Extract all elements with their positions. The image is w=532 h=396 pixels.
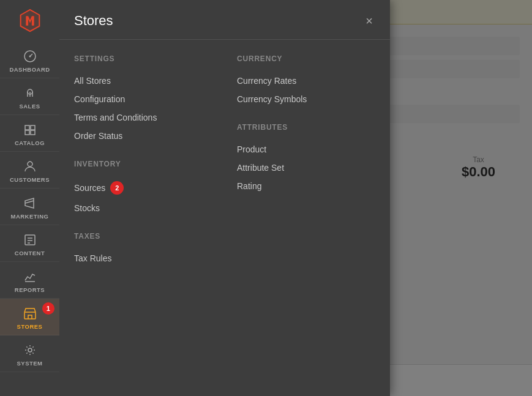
menu-item-configuration[interactable]: Configuration (74, 90, 212, 108)
taxes-heading: Taxes (74, 232, 212, 241)
catalog-icon (23, 122, 37, 137)
menu-item-currency-symbols[interactable]: Currency Symbols (237, 90, 375, 108)
sidebar: DASHBOARD SALES CATALOG CUSTOMERS (0, 0, 59, 396)
sidebar-item-dashboard-label: DASHBOARD (9, 66, 50, 73)
reports-icon (23, 269, 37, 284)
attributes-section: Attributes Product Attribute Set Rating (237, 123, 375, 195)
menu-item-product[interactable]: Product (237, 140, 375, 159)
svg-point-8 (28, 162, 32, 166)
sidebar-item-marketing[interactable]: MARKETING (0, 189, 59, 225)
currency-section: Currency Currency Rates Currency Symbols (237, 54, 375, 108)
inventory-section: Inventory Sources 2 Stocks (74, 160, 212, 217)
main-content: scheduled for update. ur dynamic product… (59, 0, 532, 396)
sidebar-item-system-label: SYSTEM (17, 360, 42, 367)
sidebar-item-catalog-label: CATALOG (15, 140, 45, 146)
sidebar-item-reports[interactable]: REPORTS (0, 262, 59, 299)
sidebar-item-stores[interactable]: STORES 1 (0, 299, 59, 335)
taxes-section: Taxes Tax Rules (74, 232, 212, 267)
stores-notification-badge: 1 (42, 302, 54, 315)
sidebar-item-catalog[interactable]: CATALOG (0, 115, 59, 152)
settings-heading: Settings (74, 54, 212, 63)
inventory-heading: Inventory (74, 160, 212, 168)
menu-item-tax-rules[interactable]: Tax Rules (74, 249, 212, 267)
sidebar-item-sales[interactable]: SALES (0, 78, 59, 115)
sidebar-item-sales-label: SALES (19, 103, 40, 110)
sidebar-item-customers[interactable]: CUSTOMERS (0, 152, 59, 189)
menu-item-order-status[interactable]: Order Status (74, 127, 212, 145)
close-button[interactable]: × (363, 12, 375, 29)
svg-rect-7 (31, 130, 35, 135)
dashboard-icon (23, 49, 37, 64)
svg-point-11 (28, 348, 32, 352)
content-icon (23, 233, 37, 247)
sidebar-item-content-label: CONTENT (15, 250, 45, 256)
sidebar-item-marketing-label: MARKETING (10, 213, 48, 220)
sidebar-item-customers-label: CUSTOMERS (10, 176, 50, 183)
flyout-left-col: Settings All Stores Configuration Terms … (74, 52, 212, 282)
menu-item-sources[interactable]: Sources 2 (74, 177, 212, 199)
menu-item-attribute-set[interactable]: Attribute Set (237, 159, 375, 177)
system-icon (23, 343, 37, 357)
currency-heading: Currency (237, 54, 375, 63)
stores-flyout: Stores × Settings All Stores Configurati… (59, 0, 390, 396)
marketing-icon (23, 196, 37, 211)
svg-rect-4 (25, 125, 29, 130)
stores-icon (23, 306, 37, 321)
flyout-right-col: Currency Currency Rates Currency Symbols… (237, 52, 375, 282)
sidebar-item-reports-label: REPORTS (15, 286, 45, 293)
svg-rect-6 (25, 130, 29, 135)
magento-logo-icon (17, 8, 43, 34)
sidebar-item-stores-label: STORES (17, 323, 43, 330)
flyout-header: Stores × (59, 0, 390, 40)
settings-section: Settings All Stores Configuration Terms … (74, 54, 212, 145)
svg-point-2 (29, 56, 31, 58)
sidebar-item-system[interactable]: SYSTEM (0, 335, 59, 372)
sources-badge: 2 (110, 181, 124, 195)
sidebar-item-dashboard[interactable]: DASHBOARD (0, 42, 59, 78)
flyout-title: Stores (74, 13, 113, 29)
menu-item-terms-conditions[interactable]: Terms and Conditions (74, 108, 212, 127)
sidebar-logo (0, 0, 59, 42)
svg-rect-5 (31, 125, 35, 130)
customers-icon (23, 159, 37, 174)
menu-item-all-stores[interactable]: All Stores (74, 72, 212, 90)
attributes-heading: Attributes (237, 123, 375, 132)
sidebar-item-content[interactable]: CONTENT (0, 225, 59, 262)
menu-item-stocks[interactable]: Stocks (74, 199, 212, 217)
menu-item-rating[interactable]: Rating (237, 177, 375, 195)
sales-icon (23, 86, 37, 100)
flyout-body: Settings All Stores Configuration Terms … (59, 40, 390, 294)
menu-item-currency-rates[interactable]: Currency Rates (237, 72, 375, 90)
